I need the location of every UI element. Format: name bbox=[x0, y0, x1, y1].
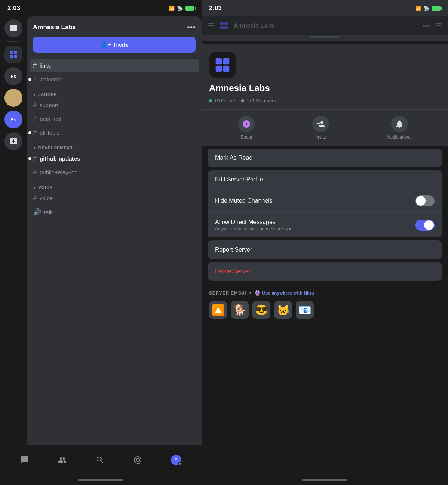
invite-plus-icon: 👤+ bbox=[100, 41, 111, 48]
channel-name-voice: voice bbox=[40, 195, 53, 201]
report-server-label: Report Server bbox=[215, 246, 252, 253]
bottom-nav: A bbox=[0, 445, 202, 475]
boost-label: Boost bbox=[240, 134, 252, 140]
channel-header-dots[interactable]: ••• bbox=[187, 22, 196, 32]
jabber-arrow: ▼ bbox=[33, 93, 37, 97]
action-boost[interactable]: Boost bbox=[238, 116, 255, 140]
channel-item-talk[interactable]: 🔊 talk bbox=[27, 205, 202, 219]
action-notifications[interactable]: Notifications bbox=[387, 116, 411, 140]
home-indicator-right bbox=[202, 475, 448, 485]
emoji-item-0[interactable]: 🔼 bbox=[209, 301, 227, 319]
hide-muted-toggle-knob bbox=[416, 196, 426, 206]
emoji-item-1[interactable]: 🐕 bbox=[231, 301, 249, 319]
notifications-icon-container bbox=[391, 116, 408, 132]
edit-profile-label: Edit Server Profile bbox=[215, 176, 263, 183]
rail-item-amnesia[interactable] bbox=[4, 46, 22, 63]
channel-item-off-topic[interactable]: # off-topic bbox=[27, 126, 202, 140]
channel-item-beta-test[interactable]: # beta-test bbox=[27, 112, 202, 126]
rail-item-ss[interactable]: Ss bbox=[4, 111, 22, 128]
svg-rect-1 bbox=[14, 51, 17, 54]
rail-item-add-server[interactable] bbox=[4, 132, 22, 150]
emoji-dot-separator: • bbox=[249, 290, 251, 296]
channel-name-relay: public-relay-log bbox=[40, 169, 78, 175]
jabber-label: JABBER bbox=[38, 92, 57, 97]
hash-icon-welcome: # bbox=[33, 75, 37, 83]
hash-icon-support: # bbox=[33, 101, 37, 109]
nav-friends[interactable] bbox=[58, 456, 67, 464]
online-status-dot bbox=[178, 462, 182, 466]
signal-icon-right: 📶 bbox=[415, 6, 421, 11]
amnesia-server-icon bbox=[9, 50, 18, 59]
leave-server-label: Leave Server bbox=[215, 268, 251, 275]
emoji-item-3[interactable]: 🐱 bbox=[274, 301, 292, 319]
voice-arrow: ▼ bbox=[33, 186, 37, 190]
hamburger-icon[interactable]: ☰ bbox=[208, 21, 214, 30]
allow-dms-label: Allow Direct Messages bbox=[215, 219, 292, 226]
sidebar-rail: Fs PUBGMOBILE Ss bbox=[0, 16, 27, 445]
rail-item-fs[interactable]: Fs bbox=[4, 67, 22, 85]
action-buttons-row: Boost Invite Notifications bbox=[202, 109, 448, 146]
channel-panel: Amnesia Labs ••• 👤+ Invite # links # wel… bbox=[27, 16, 202, 445]
option-allow-dms[interactable]: Allow Direct Messages Anyone in the serv… bbox=[208, 212, 442, 237]
emoji-item-4[interactable]: 📧 bbox=[296, 301, 314, 319]
option-mark-as-read[interactable]: Mark As Read bbox=[208, 149, 442, 167]
nav-profile[interactable]: A bbox=[171, 455, 181, 465]
invite-icon-container bbox=[312, 116, 329, 132]
channel-item-relay[interactable]: # public-relay-log bbox=[27, 165, 202, 179]
channel-item-github[interactable]: # github-updates bbox=[27, 152, 202, 165]
notifications-label: Notifications bbox=[387, 134, 411, 140]
channel-item-voice[interactable]: # voice bbox=[27, 191, 202, 205]
option-report-server[interactable]: Report Server bbox=[208, 240, 442, 259]
category-development[interactable]: ▼ DEVELOPMENT bbox=[27, 140, 202, 152]
channel-item-welcome[interactable]: # welcome bbox=[27, 72, 202, 86]
right-phone: 2:03 📶 📡 ☰ Amnesia Labs ••• ☰ bbox=[202, 0, 448, 485]
channel-name-beta: beta-test bbox=[40, 116, 61, 122]
svg-rect-5 bbox=[224, 22, 228, 25]
signal-icon: 📶 bbox=[169, 6, 175, 11]
nav-mentions[interactable] bbox=[133, 456, 142, 464]
category-voice[interactable]: ▼ VOICE bbox=[27, 179, 202, 191]
nav-home[interactable] bbox=[20, 456, 29, 464]
fs-label: Fs bbox=[10, 74, 16, 79]
right-header-overlay: ☰ Amnesia Labs ••• ☰ bbox=[202, 16, 448, 35]
server-icon-large bbox=[209, 52, 236, 78]
action-invite[interactable]: Invite bbox=[312, 116, 329, 140]
hide-muted-text-group: Hide Muted Channels bbox=[215, 198, 273, 204]
invite-button[interactable]: 👤+ Invite bbox=[33, 37, 196, 53]
hide-muted-label: Hide Muted Channels bbox=[215, 198, 273, 204]
channel-item-support[interactable]: # support bbox=[27, 98, 202, 112]
svg-rect-11 bbox=[223, 66, 230, 72]
allow-dms-toggle[interactable] bbox=[415, 220, 435, 231]
time-right: 2:03 bbox=[209, 4, 222, 12]
nav-search[interactable] bbox=[96, 456, 105, 464]
allow-dms-toggle-knob bbox=[424, 220, 434, 230]
boost-icon bbox=[242, 119, 251, 128]
channel-item-links[interactable]: # links bbox=[30, 59, 199, 72]
home-icon bbox=[20, 456, 29, 464]
channel-header: Amnesia Labs ••• bbox=[27, 16, 202, 37]
server-profile-card: Amnesia Labs 19 Online 170 Members bbox=[202, 44, 448, 109]
option-edit-profile[interactable]: Edit Server Profile bbox=[208, 170, 442, 189]
emoji-item-2[interactable]: 😎 bbox=[252, 301, 270, 319]
rail-item-dms[interactable] bbox=[4, 19, 22, 37]
right-hamburger[interactable]: ☰ bbox=[435, 21, 442, 30]
svg-rect-7 bbox=[224, 26, 228, 29]
home-indicator-left bbox=[0, 475, 202, 485]
hide-muted-toggle[interactable] bbox=[415, 195, 435, 206]
emoji-glyph-4: 📧 bbox=[298, 304, 311, 316]
option-hide-muted[interactable]: Hide Muted Channels bbox=[208, 189, 442, 212]
left-main-content: Fs PUBGMOBILE Ss Amnesia Labs ••• 👤+ bbox=[0, 16, 202, 445]
options-section-2: Edit Server Profile Hide Muted Channels … bbox=[208, 170, 442, 237]
nitro-badge[interactable]: 🔮 Use anywhere with Nitro bbox=[254, 290, 314, 296]
add-icon bbox=[9, 137, 18, 146]
rail-item-pubg[interactable]: PUBGMOBILE bbox=[4, 89, 22, 107]
notifications-icon bbox=[395, 119, 404, 128]
emoji-section: SERVER EMOJI • 🔮 Use anywhere with Nitro… bbox=[202, 284, 448, 325]
online-count: 19 Online bbox=[214, 98, 235, 103]
option-leave-server[interactable]: Leave Server bbox=[208, 262, 442, 281]
svg-rect-6 bbox=[220, 26, 224, 29]
invite-action-label: Invite bbox=[315, 134, 326, 140]
emoji-header: SERVER EMOJI • 🔮 Use anywhere with Nitro bbox=[209, 290, 441, 296]
category-jabber[interactable]: ▼ JABBER bbox=[27, 86, 202, 98]
right-header-dots[interactable]: ••• bbox=[423, 22, 431, 30]
